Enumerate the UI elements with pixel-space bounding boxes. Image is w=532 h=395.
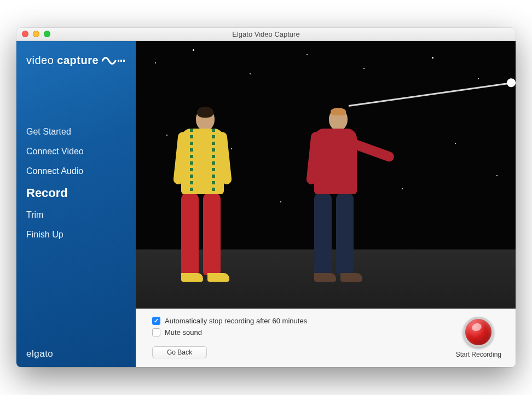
wave-icon — [102, 55, 127, 67]
window-title: Elgato Video Capture — [232, 30, 299, 38]
go-back-button[interactable]: Go Back — [152, 346, 207, 358]
video-preview — [136, 41, 516, 309]
svg-rect-0 — [118, 60, 119, 62]
app-window: Elgato Video Capture video capture — [16, 28, 516, 367]
step-connect-audio[interactable]: Connect Audio — [26, 166, 126, 176]
start-recording-label: Start Recording — [456, 351, 501, 358]
auto-stop-checkbox[interactable] — [152, 317, 160, 325]
window-body: video capture Get Started Connect Video … — [16, 41, 516, 367]
main-panel: Automatically stop recording after 60 mi… — [136, 41, 516, 367]
mute-row: Mute sound — [152, 328, 456, 336]
brand-label: elgato — [26, 348, 126, 359]
step-get-started[interactable]: Get Started — [26, 127, 126, 137]
start-recording-button[interactable] — [463, 317, 494, 347]
sidebar: video capture Get Started Connect Video … — [16, 41, 136, 367]
controls-panel: Automatically stop recording after 60 mi… — [136, 309, 516, 367]
window-controls — [22, 31, 50, 37]
close-icon[interactable] — [22, 31, 28, 37]
step-connect-video[interactable]: Connect Video — [26, 147, 126, 156]
zoom-icon[interactable] — [44, 31, 50, 37]
auto-stop-label: Automatically stop recording after 60 mi… — [165, 317, 307, 325]
preview-prop-stick — [348, 83, 511, 107]
app-logo: video capture — [26, 54, 126, 67]
minimize-icon[interactable] — [33, 31, 39, 37]
step-finish-up[interactable]: Finish Up — [26, 230, 126, 240]
step-trim[interactable]: Trim — [26, 210, 126, 220]
preview-figure-left — [181, 109, 229, 282]
logo-word-bold: capture — [57, 54, 99, 67]
logo-word-light: video — [26, 54, 54, 67]
auto-stop-row: Automatically stop recording after 60 mi… — [152, 317, 456, 325]
mute-label: Mute sound — [165, 328, 202, 336]
mute-checkbox[interactable] — [152, 328, 160, 336]
preview-figure-right — [314, 109, 362, 282]
step-record[interactable]: Record — [26, 186, 126, 200]
svg-rect-1 — [120, 60, 122, 62]
svg-rect-2 — [123, 60, 125, 62]
wizard-steps: Get Started Connect Video Connect Audio … — [26, 127, 126, 240]
titlebar: Elgato Video Capture — [16, 28, 516, 41]
